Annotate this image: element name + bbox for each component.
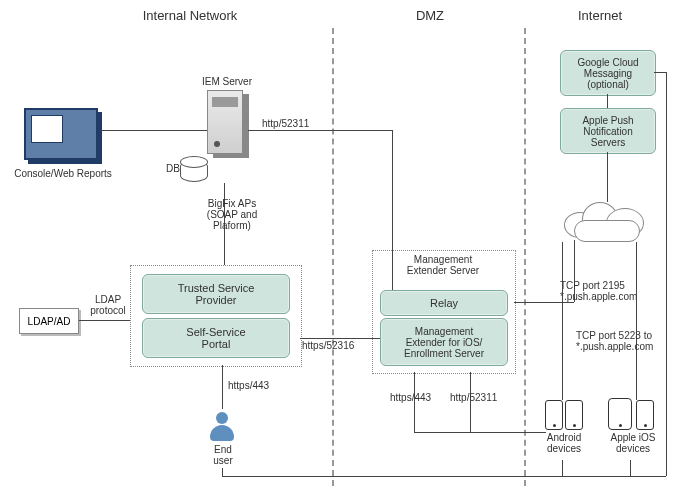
edge-gcm-right (666, 72, 667, 476)
edge-cloud-android (562, 242, 563, 400)
edge-gcm-apns-gap (607, 94, 608, 108)
me-ios-box: Management Extender for iOS/ Enrollment … (380, 318, 508, 366)
db-label: DB (158, 163, 180, 174)
edge-gcm-right-top (654, 72, 666, 73)
edge-bigfix-api-label: BigFix APs (SOAP and Plaform) (192, 198, 272, 231)
edge-mes-android-join (414, 432, 546, 433)
end-user-icon (208, 412, 236, 442)
console-icon (24, 108, 98, 160)
cloud-icon (564, 198, 650, 242)
zone-internal-label: Internal Network (120, 8, 260, 23)
divider-internal-dmz (332, 28, 334, 486)
edge-rail-ios-up (630, 460, 631, 476)
ios-devices-label: Apple iOS devices (604, 432, 662, 454)
ios-phone-icon (636, 400, 654, 430)
edge-ldap (79, 320, 130, 321)
apns-box: Apple Push Notification Servers (560, 108, 656, 154)
edge-iem-relay-h (248, 130, 392, 131)
edge-apns-2195-label: TCP port 2195 *.push.apple.com (560, 280, 670, 302)
trusted-service-provider-box: Trusted Service Provider (142, 274, 290, 314)
edge-ldap-label: LDAP protocol (86, 294, 130, 316)
iem-server-label: IEM Server (188, 76, 266, 87)
android-devices-label: Android devices (538, 432, 590, 454)
edge-ssp-user-label: https/443 (228, 380, 269, 391)
gcm-box: Google Cloud Messaging (optional) (560, 50, 656, 96)
mes-group-label: Management Extender Server (396, 254, 490, 276)
relay-box: Relay (380, 290, 508, 316)
db-icon (180, 160, 208, 182)
edge-apns-5223-label: TCP port 5223 to *.push.apple.com (576, 330, 676, 352)
edge-ssp-user (222, 365, 223, 409)
edge-mes-android-52311-label: http/52311 (450, 392, 497, 403)
edge-apns-cloud (607, 152, 608, 202)
edge-user-down (222, 468, 223, 476)
edge-bottom-rail (222, 476, 666, 477)
edge-rail-android-up (562, 460, 563, 476)
edge-cloud-ios (636, 242, 637, 400)
server-icon (207, 90, 243, 154)
edge-console-iem (100, 130, 207, 131)
edge-meios-cloud-h (514, 302, 574, 303)
zone-dmz-label: DMZ (400, 8, 460, 23)
ldap-ad-box: LDAP/AD (19, 308, 79, 334)
console-label: Console/Web Reports (8, 168, 118, 179)
edge-ssp-me-label: https/52316 (302, 340, 354, 351)
zone-internet-label: Internet (560, 8, 640, 23)
ios-tablet-icon (608, 398, 632, 430)
end-user-label: End user (206, 444, 240, 466)
diagram-canvas: Internal Network DMZ Internet Console/We… (0, 0, 680, 501)
edge-mes-android-443-label: https/443 (390, 392, 431, 403)
self-service-portal-box: Self-Service Portal (142, 318, 290, 358)
android-device-1-icon (545, 400, 563, 430)
android-device-2-icon (565, 400, 583, 430)
ldap-ad-label: LDAP/AD (28, 316, 71, 327)
edge-iem-relay-label: http/52311 (262, 118, 309, 129)
divider-dmz-internet (524, 28, 526, 486)
console-stand (46, 160, 74, 164)
